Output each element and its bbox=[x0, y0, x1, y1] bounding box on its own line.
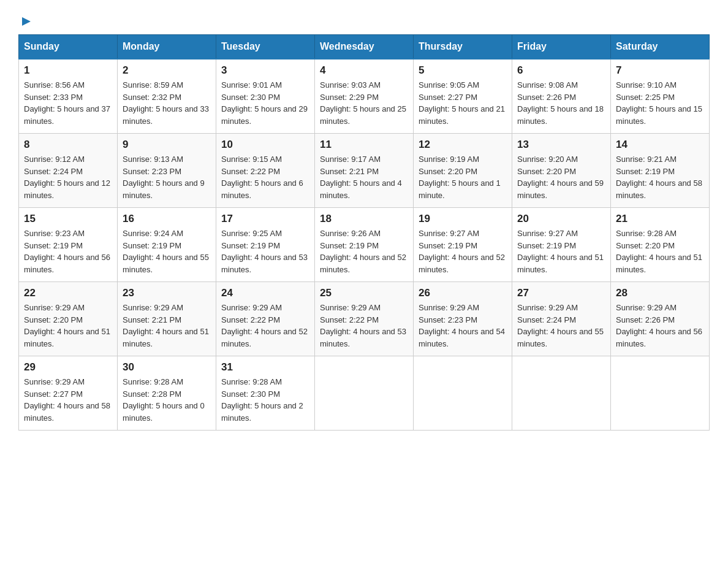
calendar-cell: 21 Sunrise: 9:28 AMSunset: 2:20 PMDaylig… bbox=[611, 208, 710, 282]
calendar-cell: 9 Sunrise: 9:13 AMSunset: 2:23 PMDayligh… bbox=[118, 134, 216, 208]
calendar-header-row: SundayMondayTuesdayWednesdayThursdayFrid… bbox=[19, 35, 710, 59]
weekday-header-sunday: Sunday bbox=[19, 35, 118, 59]
day-number: 9 bbox=[123, 139, 211, 151]
day-info: Sunrise: 9:13 AMSunset: 2:23 PMDaylight:… bbox=[123, 155, 205, 200]
calendar-cell: 20 Sunrise: 9:27 AMSunset: 2:19 PMDaylig… bbox=[512, 208, 611, 282]
day-number: 22 bbox=[24, 287, 112, 299]
day-number: 5 bbox=[419, 64, 507, 77]
calendar-cell bbox=[414, 356, 512, 431]
day-info: Sunrise: 9:29 AMSunset: 2:23 PMDaylight:… bbox=[419, 303, 505, 348]
calendar-cell: 25 Sunrise: 9:29 AMSunset: 2:22 PMDaylig… bbox=[315, 282, 414, 356]
day-number: 25 bbox=[320, 287, 408, 299]
day-number: 10 bbox=[221, 139, 309, 151]
day-info: Sunrise: 9:10 AMSunset: 2:25 PMDaylight:… bbox=[616, 80, 702, 126]
calendar-cell: 28 Sunrise: 9:29 AMSunset: 2:26 PMDaylig… bbox=[611, 282, 710, 356]
day-info: Sunrise: 9:28 AMSunset: 2:20 PMDaylight:… bbox=[616, 229, 702, 274]
day-number: 6 bbox=[517, 64, 605, 77]
day-number: 19 bbox=[419, 213, 507, 225]
calendar-cell: 2 Sunrise: 8:59 AMSunset: 2:32 PMDayligh… bbox=[118, 59, 216, 134]
day-number: 7 bbox=[616, 64, 704, 77]
calendar-cell: 13 Sunrise: 9:20 AMSunset: 2:20 PMDaylig… bbox=[512, 134, 611, 208]
day-number: 2 bbox=[123, 64, 211, 77]
day-number: 8 bbox=[24, 139, 112, 151]
page-header bbox=[18, 12, 710, 28]
day-number: 20 bbox=[517, 213, 605, 225]
day-info: Sunrise: 9:19 AMSunset: 2:20 PMDaylight:… bbox=[419, 155, 501, 200]
day-info: Sunrise: 9:17 AMSunset: 2:21 PMDaylight:… bbox=[320, 155, 402, 200]
day-info: Sunrise: 9:27 AMSunset: 2:19 PMDaylight:… bbox=[419, 229, 505, 274]
day-number: 29 bbox=[24, 361, 112, 373]
day-number: 16 bbox=[123, 213, 211, 225]
day-info: Sunrise: 9:03 AMSunset: 2:29 PMDaylight:… bbox=[320, 80, 406, 126]
weekday-header-tuesday: Tuesday bbox=[216, 35, 315, 59]
day-info: Sunrise: 9:29 AMSunset: 2:27 PMDaylight:… bbox=[24, 377, 110, 423]
day-info: Sunrise: 9:23 AMSunset: 2:19 PMDaylight:… bbox=[24, 229, 110, 274]
day-info: Sunrise: 8:56 AMSunset: 2:33 PMDaylight:… bbox=[24, 80, 110, 126]
day-number: 24 bbox=[221, 287, 309, 299]
day-number: 4 bbox=[320, 64, 408, 77]
day-info: Sunrise: 9:21 AMSunset: 2:19 PMDaylight:… bbox=[616, 155, 702, 200]
calendar-cell: 5 Sunrise: 9:05 AMSunset: 2:27 PMDayligh… bbox=[414, 59, 512, 134]
day-number: 11 bbox=[320, 139, 408, 151]
calendar-week-row: 1 Sunrise: 8:56 AMSunset: 2:33 PMDayligh… bbox=[19, 59, 710, 134]
day-info: Sunrise: 9:20 AMSunset: 2:20 PMDaylight:… bbox=[517, 155, 604, 200]
calendar-cell: 26 Sunrise: 9:29 AMSunset: 2:23 PMDaylig… bbox=[414, 282, 512, 356]
calendar-week-row: 8 Sunrise: 9:12 AMSunset: 2:24 PMDayligh… bbox=[19, 134, 710, 208]
day-info: Sunrise: 9:29 AMSunset: 2:24 PMDaylight:… bbox=[517, 303, 604, 348]
day-info: Sunrise: 9:08 AMSunset: 2:26 PMDaylight:… bbox=[517, 80, 604, 126]
day-number: 30 bbox=[123, 361, 211, 373]
day-info: Sunrise: 9:12 AMSunset: 2:24 PMDaylight:… bbox=[24, 155, 110, 200]
calendar-cell bbox=[315, 356, 414, 431]
day-info: Sunrise: 9:01 AMSunset: 2:30 PMDaylight:… bbox=[221, 80, 308, 126]
calendar-cell: 27 Sunrise: 9:29 AMSunset: 2:24 PMDaylig… bbox=[512, 282, 611, 356]
day-info: Sunrise: 9:28 AMSunset: 2:30 PMDaylight:… bbox=[221, 377, 303, 423]
calendar-cell: 23 Sunrise: 9:29 AMSunset: 2:21 PMDaylig… bbox=[118, 282, 216, 356]
day-number: 21 bbox=[616, 213, 704, 225]
day-number: 3 bbox=[221, 64, 309, 77]
weekday-header-thursday: Thursday bbox=[414, 35, 512, 59]
day-number: 27 bbox=[517, 287, 605, 299]
calendar-cell: 15 Sunrise: 9:23 AMSunset: 2:19 PMDaylig… bbox=[19, 208, 118, 282]
day-number: 31 bbox=[221, 361, 309, 373]
day-info: Sunrise: 8:59 AMSunset: 2:32 PMDaylight:… bbox=[123, 80, 209, 126]
day-number: 1 bbox=[24, 64, 112, 77]
calendar-week-row: 22 Sunrise: 9:29 AMSunset: 2:20 PMDaylig… bbox=[19, 282, 710, 356]
day-number: 28 bbox=[616, 287, 704, 299]
calendar-cell: 17 Sunrise: 9:25 AMSunset: 2:19 PMDaylig… bbox=[216, 208, 315, 282]
calendar-cell: 6 Sunrise: 9:08 AMSunset: 2:26 PMDayligh… bbox=[512, 59, 611, 134]
day-number: 13 bbox=[517, 139, 605, 151]
day-info: Sunrise: 9:05 AMSunset: 2:27 PMDaylight:… bbox=[419, 80, 505, 126]
calendar-cell: 16 Sunrise: 9:24 AMSunset: 2:19 PMDaylig… bbox=[118, 208, 216, 282]
day-info: Sunrise: 9:29 AMSunset: 2:21 PMDaylight:… bbox=[123, 303, 209, 348]
day-number: 23 bbox=[123, 287, 211, 299]
logo-arrow-icon bbox=[20, 15, 33, 28]
day-info: Sunrise: 9:28 AMSunset: 2:28 PMDaylight:… bbox=[123, 377, 205, 423]
calendar-cell bbox=[512, 356, 611, 431]
calendar-table: SundayMondayTuesdayWednesdayThursdayFrid… bbox=[18, 34, 710, 431]
day-info: Sunrise: 9:15 AMSunset: 2:22 PMDaylight:… bbox=[221, 155, 303, 200]
calendar-cell: 3 Sunrise: 9:01 AMSunset: 2:30 PMDayligh… bbox=[216, 59, 315, 134]
day-info: Sunrise: 9:26 AMSunset: 2:19 PMDaylight:… bbox=[320, 229, 406, 274]
calendar-week-row: 29 Sunrise: 9:29 AMSunset: 2:27 PMDaylig… bbox=[19, 356, 710, 431]
day-number: 26 bbox=[419, 287, 507, 299]
calendar-cell: 30 Sunrise: 9:28 AMSunset: 2:28 PMDaylig… bbox=[118, 356, 216, 431]
calendar-cell bbox=[611, 356, 710, 431]
day-number: 17 bbox=[221, 213, 309, 225]
calendar-cell: 24 Sunrise: 9:29 AMSunset: 2:22 PMDaylig… bbox=[216, 282, 315, 356]
weekday-header-saturday: Saturday bbox=[611, 35, 710, 59]
calendar-cell: 7 Sunrise: 9:10 AMSunset: 2:25 PMDayligh… bbox=[611, 59, 710, 134]
day-number: 14 bbox=[616, 139, 704, 151]
weekday-header-monday: Monday bbox=[118, 35, 216, 59]
calendar-cell: 4 Sunrise: 9:03 AMSunset: 2:29 PMDayligh… bbox=[315, 59, 414, 134]
calendar-cell: 31 Sunrise: 9:28 AMSunset: 2:30 PMDaylig… bbox=[216, 356, 315, 431]
day-info: Sunrise: 9:29 AMSunset: 2:26 PMDaylight:… bbox=[616, 303, 702, 348]
logo bbox=[18, 17, 33, 28]
calendar-cell: 12 Sunrise: 9:19 AMSunset: 2:20 PMDaylig… bbox=[414, 134, 512, 208]
calendar-cell: 8 Sunrise: 9:12 AMSunset: 2:24 PMDayligh… bbox=[19, 134, 118, 208]
day-info: Sunrise: 9:25 AMSunset: 2:19 PMDaylight:… bbox=[221, 229, 308, 274]
day-info: Sunrise: 9:29 AMSunset: 2:22 PMDaylight:… bbox=[221, 303, 308, 348]
day-info: Sunrise: 9:27 AMSunset: 2:19 PMDaylight:… bbox=[517, 229, 604, 274]
calendar-week-row: 15 Sunrise: 9:23 AMSunset: 2:19 PMDaylig… bbox=[19, 208, 710, 282]
calendar-cell: 29 Sunrise: 9:29 AMSunset: 2:27 PMDaylig… bbox=[19, 356, 118, 431]
day-number: 15 bbox=[24, 213, 112, 225]
